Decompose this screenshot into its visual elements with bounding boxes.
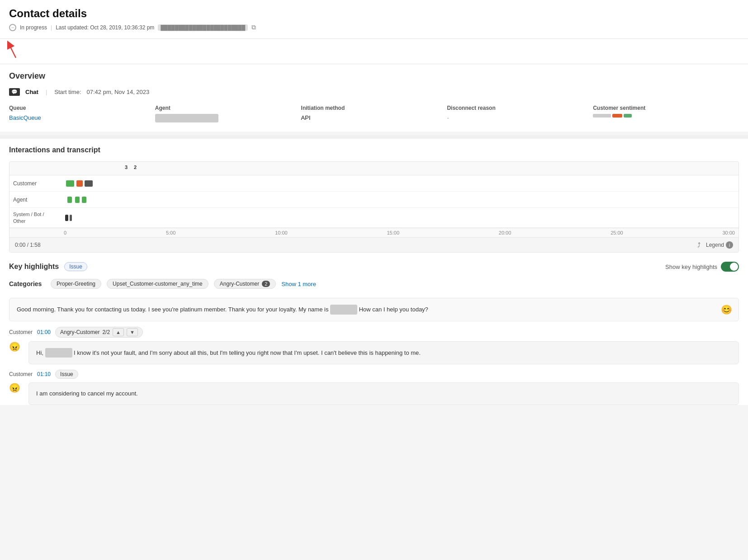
chat-channel-icon: 💬 [9, 88, 20, 96]
show-more-link[interactable]: Show 1 more [281, 281, 316, 287]
agent-message-text: Good morning. Thank you for contacting u… [17, 306, 428, 313]
toggle-switch[interactable] [721, 262, 739, 272]
timeline-row-customer: Customer [9, 175, 739, 192]
section-separator-1 [0, 135, 748, 139]
status-label: In progress [20, 24, 47, 31]
initiation-field: Initiation method API [301, 105, 447, 122]
timeline-track-agent [64, 192, 739, 207]
timeline-header: 3 2 [9, 162, 739, 175]
transcript-meta-1: Customer 01:00 Angry-Customer 2/2 ▲ ▼ [9, 327, 739, 338]
nav-up-btn[interactable]: ▲ [113, 328, 124, 336]
block-a2 [75, 197, 80, 203]
block-s2 [70, 215, 72, 221]
interactions-section: Interactions and transcript 3 2 Customer… [0, 139, 748, 405]
sentiment-segment-negative [612, 114, 622, 118]
overview-section: Overview 💬 Chat | Start time: 07:42 pm, … [0, 64, 748, 132]
in-progress-icon [9, 24, 16, 31]
playback-bar: 0:00 / 1:58 ⤴ Legend i [9, 237, 739, 252]
timeline-chart: 3 2 Customer Agent [9, 161, 739, 253]
agent-value [155, 114, 218, 122]
timeline-track-system [64, 208, 739, 227]
timeline-label-agent: Agent [9, 197, 64, 203]
highlights-badge: Issue [64, 262, 87, 271]
meta-speaker-1: Customer [9, 329, 33, 335]
copy-icon[interactable]: ⧉ [251, 24, 256, 31]
status-divider: | [51, 24, 52, 31]
svg-line-1 [9, 44, 16, 58]
nav-down-btn[interactable]: ▼ [127, 328, 138, 336]
arrow-annotation [0, 39, 748, 64]
disconnect-label: Disconnect reason [447, 105, 584, 111]
customer-sentiment-2: 😠 [9, 382, 20, 393]
customer-message-1: Hi, I know it's not your fault, and I'm … [28, 341, 739, 365]
playback-controls: ⤴ Legend i [697, 241, 733, 249]
categories-row: Categories Proper-Greeting Upset_Custome… [9, 279, 739, 289]
highlights-row: Key highlights Issue Show key highlights [9, 262, 739, 272]
contact-id: ████████████████████████ [158, 24, 248, 31]
message-row-2: 😠 I am considering to cancel my account. [9, 382, 739, 405]
chat-info: 💬 Chat | Start time: 07:42 pm, Nov 14, 2… [9, 88, 739, 96]
timeline-label-customer: Customer [9, 180, 64, 187]
block-a3 [82, 197, 86, 203]
timeline-marker-2: 2 [134, 165, 137, 170]
timeline-track-customer [64, 175, 739, 191]
start-time: 07:42 pm, Nov 14, 2023 [87, 89, 150, 95]
sentiment-segment-positive [624, 114, 632, 118]
category-angry-customer[interactable]: Angry-Customer 2 [214, 279, 276, 289]
axis-1500: 15:00 [387, 230, 399, 235]
block-s1 [65, 215, 68, 221]
block-c2 [76, 180, 83, 187]
contact-fields: Queue BasicQueue Agent Initiation method… [9, 105, 739, 122]
block-a1 [67, 197, 72, 203]
chat-label: Chat [25, 89, 38, 95]
overview-title: Overview [9, 71, 739, 81]
timeline-marker-3: 3 [125, 165, 128, 170]
disconnect-value: - [447, 114, 449, 121]
queue-label: Queue [9, 105, 146, 111]
axis-1000: 10:00 [275, 230, 288, 235]
meta-category-1: Angry-Customer 2/2 ▲ ▼ [55, 327, 143, 338]
sentiment-segment-neutral [593, 114, 611, 118]
legend-label: Legend [706, 242, 724, 248]
axis-0: 0 [64, 230, 66, 235]
axis-2000: 20:00 [499, 230, 511, 235]
start-time-label: Start time: [54, 89, 81, 95]
axis-3000: 30:00 [722, 230, 735, 235]
block-c1 [66, 180, 74, 187]
category-proper-greeting[interactable]: Proper-Greeting [51, 279, 101, 289]
highlights-area: Key highlights Issue Show key highlights… [9, 262, 739, 405]
timeline-label-system: System / Bot /Other [9, 211, 64, 224]
block-c3 [85, 180, 93, 187]
last-updated: Last updated: Oct 28, 2019, 10:36:32 pm [56, 24, 154, 31]
meta-count-1: 2/2 [102, 329, 110, 335]
legend-button[interactable]: Legend i [706, 241, 733, 249]
meta-speaker-2: Customer [9, 371, 33, 377]
disconnect-field: Disconnect reason - [447, 105, 593, 122]
highlights-left: Key highlights Issue [9, 262, 87, 271]
angry-customer-label: Angry-Customer [220, 281, 259, 287]
transcript-message-1: Good morning. Thank you for contacting u… [9, 298, 739, 321]
legend-info-icon[interactable]: i [726, 241, 733, 249]
agent-sentiment-positive: 😊 [721, 303, 732, 316]
show-highlights-toggle: Show key highlights [665, 262, 739, 272]
queue-value[interactable]: BasicQueue [9, 114, 41, 121]
timeline-axis: 0 5:00 10:00 15:00 20:00 25:00 30:00 [9, 228, 739, 237]
customer-sentiment-1: 😠 [9, 341, 20, 352]
sentiment-field: Customer sentiment [593, 105, 739, 122]
interactions-title: Interactions and transcript [9, 146, 739, 154]
agent-field: Agent [155, 105, 301, 122]
chat-divider: | [46, 89, 47, 95]
share-icon[interactable]: ⤴ [697, 241, 701, 249]
toggle-knob [730, 263, 738, 271]
page-header: Contact details In progress | Last updat… [0, 0, 748, 39]
sentiment-bar [593, 114, 730, 118]
categories-label: Categories [9, 280, 45, 287]
highlights-title: Key highlights [9, 263, 59, 271]
page-container: Contact details In progress | Last updat… [0, 0, 748, 560]
transcript-meta-2: Customer 01:10 Issue [9, 370, 739, 379]
initiation-label: Initiation method [301, 105, 438, 111]
timeline-row-agent: Agent [9, 192, 739, 208]
red-arrow [6, 39, 20, 61]
agent-label: Agent [155, 105, 292, 111]
category-upset-customer[interactable]: Upset_Customer-customer_any_time [107, 279, 208, 289]
